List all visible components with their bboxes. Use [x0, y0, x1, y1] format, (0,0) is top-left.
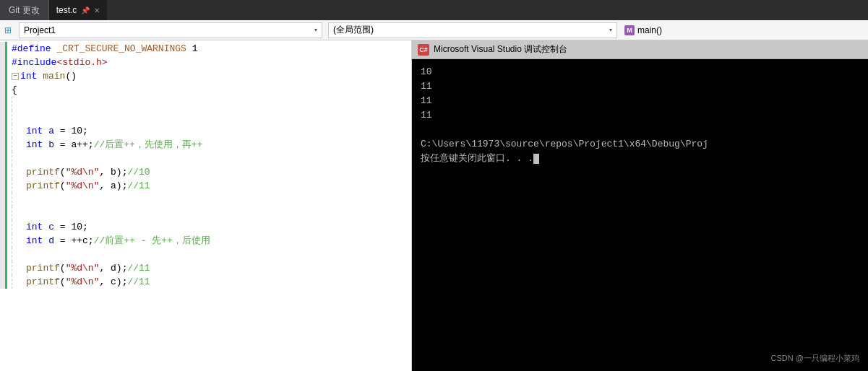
indent-guide [12, 206, 26, 220]
token: int [26, 124, 43, 138]
token: //后置++，先使用，再++ [94, 138, 203, 152]
indent-guide [12, 261, 26, 275]
token: 10 [71, 220, 82, 234]
console-body[interactable]: 10 11 11 11 C:\Users\11973\source\repos\… [412, 59, 868, 371]
token: b [43, 138, 59, 152]
token: int [26, 138, 43, 152]
gutter [0, 42, 7, 289]
token: a [43, 124, 59, 138]
code-line: int c = 10 ; [12, 220, 411, 234]
token: , a); [99, 179, 127, 193]
code-line: int a = 10 ; [12, 124, 411, 138]
code-line: { [12, 83, 411, 97]
token: ( [60, 165, 66, 179]
title-bar: Git 更改 test.c 📌 ✕ [0, 0, 868, 20]
code-line: int d = ++c; //前置++ - 先++，后使用 [12, 234, 411, 248]
token: int [26, 220, 43, 234]
indent-guide [12, 248, 26, 261]
token: ; [82, 220, 88, 234]
project-icon: ⊞ [4, 25, 12, 35]
token: <stdio.h> [56, 56, 107, 69]
tab-git-label: Git 更改 [9, 4, 40, 17]
code-lines: #define _CRT_SECURE_NO_WARNINGS 1 #inclu… [7, 42, 411, 289]
tab-git[interactable]: Git 更改 [0, 0, 49, 20]
indent-guide [12, 97, 26, 110]
token: printf [26, 261, 60, 275]
code-line: int b = a++; //后置++，先使用，再++ [12, 138, 411, 152]
token: , d); [99, 261, 127, 275]
code-line [12, 110, 411, 124]
token: #include [12, 56, 56, 69]
token: "%d\n" [66, 165, 100, 179]
token: //前置++ - 先++，后使用 [94, 234, 210, 248]
pin-icon: 📌 [81, 6, 90, 14]
tab-file[interactable]: test.c 📌 ✕ [49, 0, 108, 20]
indent-guide [12, 152, 26, 165]
token: 10 [71, 124, 82, 138]
project-label: Project1 [24, 25, 56, 35]
token: d [43, 234, 59, 248]
toolbar-row: ⊞ Project1 ▾ (全局范围) ▾ M main() [0, 20, 868, 40]
code-line [12, 206, 411, 220]
console-watermark: CSDN @一只编程小菜鸡 [771, 351, 859, 365]
function-display: M main() [620, 22, 666, 38]
console-output-line: 11 [421, 79, 859, 94]
token: = a++; [60, 138, 94, 152]
code-line: printf ( "%d\n" , b); //10 [12, 165, 411, 179]
indent-guide [12, 138, 26, 152]
indent-guide [12, 110, 26, 124]
token: ( [60, 275, 66, 289]
token: c [43, 220, 59, 234]
console-output-line: 10 [421, 65, 859, 79]
token: #define [12, 42, 51, 56]
code-line [12, 248, 411, 261]
func-label: main() [637, 25, 662, 35]
collapse-box[interactable]: − [12, 73, 19, 80]
code-line: #include <stdio.h> [12, 56, 411, 69]
token: main [43, 69, 65, 83]
console-cursor [533, 154, 539, 164]
console-path: C:\Users\11973\source\repos\Project1\x64… [421, 139, 708, 149]
code-content: #define _CRT_SECURE_NO_WARNINGS 1 #inclu… [0, 40, 411, 289]
console-title-bar: C# Microsoft Visual Studio 调试控制台 [412, 40, 868, 59]
token: "%d\n" [66, 261, 100, 275]
token: //11 [127, 261, 150, 275]
token: = [60, 124, 72, 138]
code-line [12, 193, 411, 206]
token: ( [60, 261, 66, 275]
token: //11 [127, 275, 150, 289]
token: int [20, 69, 37, 83]
token: printf [26, 165, 60, 179]
project-icon-btn[interactable]: ⊞ [0, 22, 16, 38]
token: , b); [99, 165, 127, 179]
token [37, 69, 43, 83]
token: 1 [192, 42, 198, 56]
indent-guide [12, 193, 26, 206]
token: _CRT_SECURE_NO_WARNINGS [51, 42, 192, 56]
indent-guide [12, 179, 26, 193]
token: //11 [127, 179, 150, 193]
code-line [12, 97, 411, 110]
token: int [26, 234, 43, 248]
code-editor[interactable]: #define _CRT_SECURE_NO_WARNINGS 1 #inclu… [0, 40, 412, 371]
console-title: Microsoft Visual Studio 调试控制台 [434, 43, 567, 56]
project-dropdown[interactable]: Project1 ▾ [19, 22, 322, 38]
indent-guide [12, 234, 26, 248]
token: "%d\n" [66, 275, 100, 289]
token: = ++c; [60, 234, 94, 248]
code-line: printf ( "%d\n" , c); //11 [12, 275, 411, 289]
token: ; [82, 124, 88, 138]
token: = [60, 220, 72, 234]
token: , c); [99, 275, 127, 289]
token: //10 [127, 165, 150, 179]
indent-guide [12, 124, 26, 138]
scope-dropdown[interactable]: (全局范围) ▾ [328, 22, 617, 38]
indent-guide [12, 165, 26, 179]
close-icon[interactable]: ✕ [94, 6, 100, 14]
console-icon: C# [418, 44, 429, 56]
scope-label: (全局范围) [333, 24, 374, 36]
project-dropdown-arrow: ▾ [314, 27, 317, 33]
code-line: − int main () [12, 69, 411, 83]
code-line [12, 152, 411, 165]
console-output-line: 11 [421, 94, 859, 108]
